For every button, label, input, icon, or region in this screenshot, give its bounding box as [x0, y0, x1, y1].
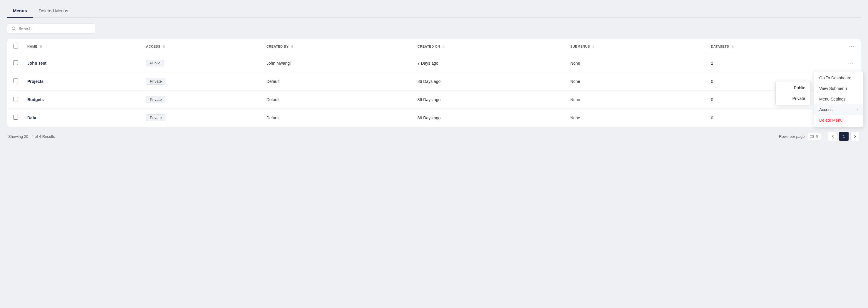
rows-per-page-control: Rows per page 20 ⇅ [779, 133, 821, 140]
row3-submenus: None [566, 91, 706, 109]
ctx-menu-settings[interactable]: Menu Settings [814, 94, 863, 104]
ctx-delete-menu[interactable]: Delete Menu [814, 115, 863, 125]
table-row: Projects Private Default 86 Days ago Non… [7, 72, 861, 91]
next-page-button[interactable] [850, 132, 860, 141]
row2-checkbox[interactable] [13, 79, 18, 83]
row1-datasets: 2 [706, 54, 840, 72]
search-container [7, 24, 861, 33]
table-header-row: NAME ⇅ ACCESS ⇅ CREATED BY ⇅ CREATED ON … [7, 39, 861, 54]
pagination-controls: 1 [828, 132, 860, 141]
page-1-button[interactable]: 1 [839, 132, 848, 141]
row1-checkbox-cell [7, 54, 23, 72]
row4-submenus: None [566, 109, 706, 127]
header-submenus[interactable]: SUBMENUS ⇅ [566, 39, 706, 54]
prev-page-button[interactable] [828, 132, 837, 141]
header-created-by[interactable]: CREATED BY ⇅ [262, 39, 413, 54]
pagination-area: Rows per page 20 ⇅ 1 [779, 132, 860, 141]
ctx-go-to-dashboard[interactable]: Go To Dashboard [814, 72, 863, 83]
row4-checkbox-cell [7, 109, 23, 127]
row3-checkbox-cell [7, 91, 23, 109]
chevron-left-icon [832, 134, 834, 138]
table-footer: Showing 20 - 4 of 4 Results Rows per pag… [7, 127, 861, 141]
context-menu: Go To Dashboard View Submenu Menu Settin… [814, 71, 864, 127]
header-actions: ··· [840, 39, 861, 54]
search-input[interactable] [19, 26, 91, 31]
row1-created-by: John Mwangi [262, 54, 413, 72]
search-box [7, 24, 95, 33]
row1-submenus: None [566, 54, 706, 72]
tabs-bar: Menus Deleted Menus [7, 5, 861, 18]
header-datasets[interactable]: DATASETS ⇅ [706, 39, 840, 54]
table-row: John Test Public John Mwangi 7 Days ago … [7, 54, 861, 72]
row3-name: Budgets [23, 91, 141, 109]
row2-name: Projects [23, 72, 141, 91]
header-checkbox-cell [7, 39, 23, 54]
menu-table: NAME ⇅ ACCESS ⇅ CREATED BY ⇅ CREATED ON … [7, 39, 861, 127]
row4-created-by: Default [262, 109, 413, 127]
row4-created-on: 86 Days ago [413, 109, 566, 127]
rows-per-page-value: 20 [810, 134, 814, 139]
row3-access: Private [141, 91, 262, 109]
row2-created-on: 86 Days ago [413, 72, 566, 91]
rows-per-page-label: Rows per page [779, 134, 805, 139]
row2-access: Private [141, 72, 262, 91]
ctx-access[interactable]: Access › [814, 104, 863, 115]
sort-created-by-icon: ⇅ [291, 45, 293, 48]
row4-checkbox[interactable] [13, 115, 18, 120]
header-created-on[interactable]: CREATED ON ⇅ [413, 39, 566, 54]
search-icon [11, 26, 16, 31]
chevron-right-icon: › [857, 107, 858, 112]
row3-access-badge: Private [146, 96, 165, 103]
chevron-up-down-icon: ⇅ [816, 134, 818, 138]
row4-access-badge: Private [146, 114, 165, 121]
sort-datasets-icon: ⇅ [732, 45, 734, 48]
sort-submenus-icon: ⇅ [592, 45, 595, 48]
row1-access: Public [141, 54, 262, 72]
table-row: Data Private Default 86 Days ago None 0 … [7, 109, 861, 127]
table-row: Budgets Private Default 86 Days ago None… [7, 91, 861, 109]
tab-menus[interactable]: Menus [7, 5, 33, 18]
row1-actions-button[interactable]: ··· [845, 59, 856, 67]
row1-checkbox[interactable] [13, 60, 18, 65]
row2-submenus: None [566, 72, 706, 91]
row3-created-by: Default [262, 91, 413, 109]
row3-checkbox[interactable] [13, 97, 18, 101]
access-submenu-private[interactable]: Private [776, 93, 810, 104]
header-name[interactable]: NAME ⇅ [23, 39, 141, 54]
showing-results-label: Showing 20 - 4 of 4 Results [8, 134, 55, 139]
row1-name: John Test [23, 54, 141, 72]
row4-access: Private [141, 109, 262, 127]
sort-name-icon: ⇅ [40, 45, 42, 48]
header-access[interactable]: ACCESS ⇅ [141, 39, 262, 54]
row1-actions-cell: ··· Go To Dashboard View Submenu Menu Se… [840, 54, 861, 72]
ctx-view-submenu[interactable]: View Submenu [814, 83, 863, 94]
access-submenu-public[interactable]: Public [776, 83, 810, 93]
row1-created-on: 7 Days ago [413, 54, 566, 72]
tab-deleted-menus[interactable]: Deleted Menus [33, 5, 74, 18]
chevron-right-icon [854, 134, 856, 138]
row1-access-badge: Public [146, 60, 164, 66]
row2-created-by: Default [262, 72, 413, 91]
row2-access-badge: Private [146, 78, 165, 85]
row3-created-on: 86 Days ago [413, 91, 566, 109]
row4-name: Data [23, 109, 141, 127]
sort-created-on-icon: ⇅ [442, 45, 445, 48]
rows-per-page-select[interactable]: 20 ⇅ [807, 133, 821, 140]
row2-checkbox-cell [7, 72, 23, 91]
menu-table-wrapper: NAME ⇅ ACCESS ⇅ CREATED BY ⇅ CREATED ON … [7, 39, 861, 127]
access-submenu: Public Private [775, 81, 811, 105]
select-all-checkbox[interactable] [13, 44, 18, 49]
svg-line-1 [15, 29, 16, 31]
sort-access-icon: ⇅ [162, 45, 165, 48]
